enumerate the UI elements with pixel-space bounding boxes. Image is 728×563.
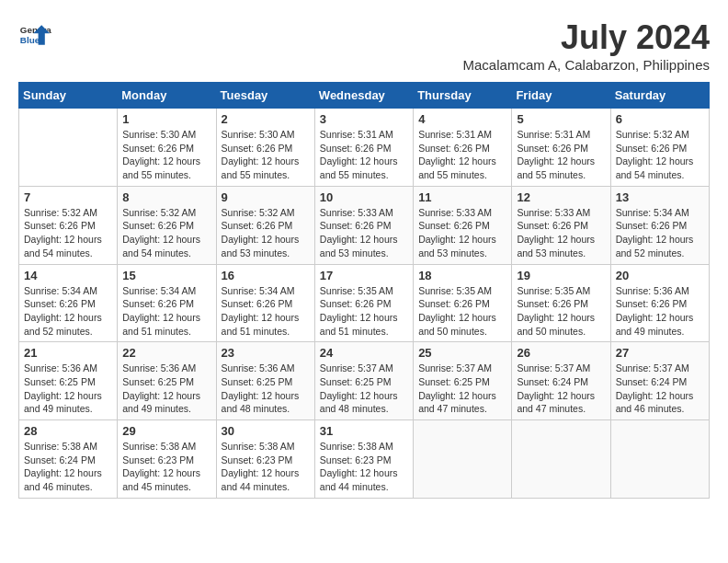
calendar-cell [414, 420, 512, 499]
day-number: 17 [320, 269, 408, 282]
day-number: 19 [517, 269, 605, 282]
day-number: 18 [418, 269, 506, 282]
day-number: 22 [122, 346, 210, 360]
calendar-table: SundayMondayTuesdayWednesdayThursdayFrid… [18, 82, 710, 499]
day-info: Sunrise: 5:36 AM Sunset: 6:25 PM Dayligh… [24, 362, 112, 416]
day-info: Sunrise: 5:37 AM Sunset: 6:24 PM Dayligh… [616, 362, 704, 416]
day-number: 15 [122, 269, 210, 282]
day-number: 27 [616, 346, 704, 360]
page-header: General Blue July 2024 Macalamcam A, Cal… [18, 18, 710, 73]
day-info: Sunrise: 5:33 AM Sunset: 6:26 PM Dayligh… [418, 206, 506, 260]
day-info: Sunrise: 5:35 AM Sunset: 6:26 PM Dayligh… [320, 284, 408, 339]
weekday-header: Thursday [414, 83, 512, 109]
day-number: 11 [418, 190, 506, 204]
calendar-cell: 25Sunrise: 5:37 AM Sunset: 6:25 PM Dayli… [414, 342, 512, 420]
day-number: 21 [24, 346, 112, 360]
day-info: Sunrise: 5:34 AM Sunset: 6:26 PM Dayligh… [222, 284, 310, 339]
calendar-cell: 23Sunrise: 5:36 AM Sunset: 6:25 PM Dayli… [216, 342, 314, 420]
logo-icon: General Blue [18, 18, 51, 52]
day-info: Sunrise: 5:35 AM Sunset: 6:26 PM Dayligh… [517, 284, 605, 339]
day-info: Sunrise: 5:30 AM Sunset: 6:26 PM Dayligh… [122, 128, 210, 182]
calendar-cell: 12Sunrise: 5:33 AM Sunset: 6:26 PM Dayli… [512, 186, 610, 264]
day-number: 9 [222, 190, 310, 204]
day-number: 29 [122, 424, 210, 438]
day-info: Sunrise: 5:30 AM Sunset: 6:26 PM Dayligh… [222, 128, 310, 182]
weekday-header: Sunday [19, 83, 118, 109]
calendar-cell [19, 109, 118, 187]
day-info: Sunrise: 5:32 AM Sunset: 6:26 PM Dayligh… [122, 206, 210, 260]
day-number: 7 [24, 190, 112, 204]
calendar-cell: 3Sunrise: 5:31 AM Sunset: 6:26 PM Daylig… [314, 109, 413, 187]
calendar-cell: 10Sunrise: 5:33 AM Sunset: 6:26 PM Dayli… [314, 186, 413, 264]
calendar-week-row: 28Sunrise: 5:38 AM Sunset: 6:24 PM Dayli… [19, 420, 710, 499]
day-number: 4 [418, 112, 506, 126]
title-block: July 2024 Macalamcam A, Calabarzon, Phil… [463, 18, 710, 73]
day-number: 24 [320, 346, 408, 360]
day-info: Sunrise: 5:34 AM Sunset: 6:26 PM Dayligh… [24, 284, 112, 339]
day-info: Sunrise: 5:36 AM Sunset: 6:25 PM Dayligh… [122, 362, 210, 416]
calendar-cell: 18Sunrise: 5:35 AM Sunset: 6:26 PM Dayli… [414, 264, 512, 342]
day-info: Sunrise: 5:31 AM Sunset: 6:26 PM Dayligh… [320, 128, 408, 182]
calendar-week-row: 21Sunrise: 5:36 AM Sunset: 6:25 PM Dayli… [19, 342, 710, 420]
calendar-cell: 5Sunrise: 5:31 AM Sunset: 6:26 PM Daylig… [512, 109, 610, 187]
logo: General Blue [18, 18, 51, 52]
day-number: 8 [122, 190, 210, 204]
calendar-cell: 21Sunrise: 5:36 AM Sunset: 6:25 PM Dayli… [19, 342, 118, 420]
calendar-week-row: 1Sunrise: 5:30 AM Sunset: 6:26 PM Daylig… [19, 109, 710, 187]
weekday-header: Saturday [610, 83, 709, 109]
calendar-cell: 15Sunrise: 5:34 AM Sunset: 6:26 PM Dayli… [118, 264, 216, 342]
day-info: Sunrise: 5:32 AM Sunset: 6:26 PM Dayligh… [222, 206, 310, 260]
calendar-cell [610, 420, 709, 499]
day-number: 10 [320, 190, 408, 204]
day-number: 16 [222, 269, 310, 282]
calendar-cell: 4Sunrise: 5:31 AM Sunset: 6:26 PM Daylig… [414, 109, 512, 187]
day-info: Sunrise: 5:31 AM Sunset: 6:26 PM Dayligh… [517, 128, 605, 182]
day-number: 12 [517, 190, 605, 204]
day-info: Sunrise: 5:32 AM Sunset: 6:26 PM Dayligh… [24, 206, 112, 260]
calendar-cell: 26Sunrise: 5:37 AM Sunset: 6:24 PM Dayli… [512, 342, 610, 420]
calendar-cell: 6Sunrise: 5:32 AM Sunset: 6:26 PM Daylig… [610, 109, 709, 187]
calendar-cell [512, 420, 610, 499]
day-number: 25 [418, 346, 506, 360]
calendar-week-row: 7Sunrise: 5:32 AM Sunset: 6:26 PM Daylig… [19, 186, 710, 264]
day-number: 26 [517, 346, 605, 360]
calendar-cell: 24Sunrise: 5:37 AM Sunset: 6:25 PM Dayli… [314, 342, 413, 420]
calendar-cell: 2Sunrise: 5:30 AM Sunset: 6:26 PM Daylig… [216, 109, 314, 187]
day-info: Sunrise: 5:31 AM Sunset: 6:26 PM Dayligh… [418, 128, 506, 182]
day-number: 14 [24, 269, 112, 282]
calendar-cell: 7Sunrise: 5:32 AM Sunset: 6:26 PM Daylig… [19, 186, 118, 264]
calendar-cell: 28Sunrise: 5:38 AM Sunset: 6:24 PM Dayli… [19, 420, 118, 499]
day-info: Sunrise: 5:36 AM Sunset: 6:25 PM Dayligh… [222, 362, 310, 416]
calendar-cell: 20Sunrise: 5:36 AM Sunset: 6:26 PM Dayli… [610, 264, 709, 342]
day-info: Sunrise: 5:33 AM Sunset: 6:26 PM Dayligh… [517, 206, 605, 260]
weekday-header-row: SundayMondayTuesdayWednesdayThursdayFrid… [19, 83, 710, 109]
calendar-cell: 13Sunrise: 5:34 AM Sunset: 6:26 PM Dayli… [610, 186, 709, 264]
day-info: Sunrise: 5:37 AM Sunset: 6:24 PM Dayligh… [517, 362, 605, 416]
day-number: 31 [320, 424, 408, 438]
day-number: 28 [24, 424, 112, 438]
calendar-week-row: 14Sunrise: 5:34 AM Sunset: 6:26 PM Dayli… [19, 264, 710, 342]
day-info: Sunrise: 5:34 AM Sunset: 6:26 PM Dayligh… [616, 206, 704, 260]
calendar-cell: 31Sunrise: 5:38 AM Sunset: 6:23 PM Dayli… [314, 420, 413, 499]
day-info: Sunrise: 5:37 AM Sunset: 6:25 PM Dayligh… [418, 362, 506, 416]
day-number: 13 [616, 190, 704, 204]
svg-text:Blue: Blue [20, 35, 40, 45]
day-info: Sunrise: 5:35 AM Sunset: 6:26 PM Dayligh… [418, 284, 506, 339]
day-number: 5 [517, 112, 605, 126]
day-number: 2 [222, 112, 310, 126]
calendar-cell: 11Sunrise: 5:33 AM Sunset: 6:26 PM Dayli… [414, 186, 512, 264]
calendar-cell: 17Sunrise: 5:35 AM Sunset: 6:26 PM Dayli… [314, 264, 413, 342]
calendar-cell: 19Sunrise: 5:35 AM Sunset: 6:26 PM Dayli… [512, 264, 610, 342]
day-info: Sunrise: 5:32 AM Sunset: 6:26 PM Dayligh… [616, 128, 704, 182]
day-info: Sunrise: 5:38 AM Sunset: 6:23 PM Dayligh… [222, 440, 310, 494]
weekday-header: Friday [512, 83, 610, 109]
day-number: 6 [616, 112, 704, 126]
day-number: 3 [320, 112, 408, 126]
calendar-cell: 9Sunrise: 5:32 AM Sunset: 6:26 PM Daylig… [216, 186, 314, 264]
day-number: 1 [122, 112, 210, 126]
day-info: Sunrise: 5:38 AM Sunset: 6:23 PM Dayligh… [122, 440, 210, 494]
weekday-header: Wednesday [314, 83, 413, 109]
calendar-cell: 22Sunrise: 5:36 AM Sunset: 6:25 PM Dayli… [118, 342, 216, 420]
day-info: Sunrise: 5:33 AM Sunset: 6:26 PM Dayligh… [320, 206, 408, 260]
calendar-cell: 30Sunrise: 5:38 AM Sunset: 6:23 PM Dayli… [216, 420, 314, 499]
